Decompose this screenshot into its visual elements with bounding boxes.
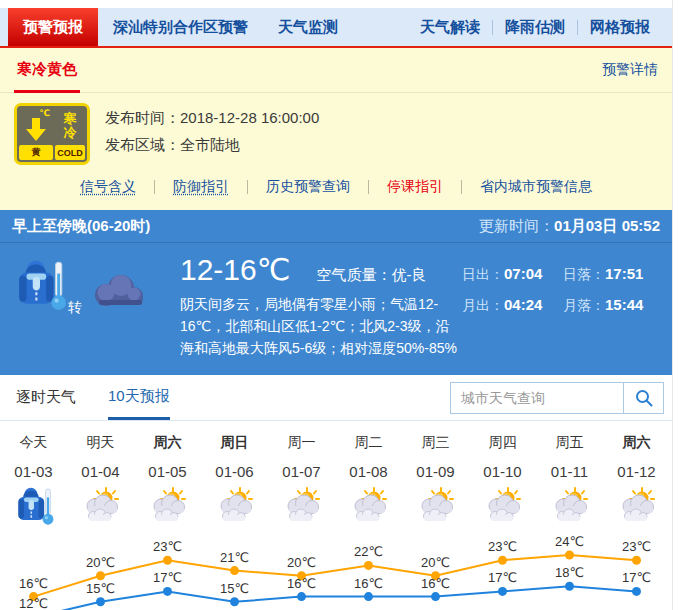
publish-area-value: 全市陆地 xyxy=(180,136,240,153)
forecast-date-row: 01-0301-0401-0501-0601-0701-0801-0901-10… xyxy=(0,463,672,480)
forecast-day-label: 周五 xyxy=(556,434,584,452)
warning-info: 发布时间：2018-12-28 16:00:00 发布区域：全市陆地 xyxy=(105,103,319,165)
top-navigation: 预警预报 深汕特别合作区预警 天气监测 天气解读 降雨估测 网格预报 xyxy=(0,8,672,48)
down-arrow-icon xyxy=(26,118,46,142)
nav-tab-shenshan-warning[interactable]: 深汕特别合作区预警 xyxy=(98,8,263,46)
publish-time-row: 发布时间：2018-12-28 16:00:00 xyxy=(105,104,319,131)
svg-text:16℃: 16℃ xyxy=(19,576,48,591)
svg-text:18℃: 18℃ xyxy=(555,565,584,580)
nav-link-weather-interpretation[interactable]: 天气解读 xyxy=(408,18,492,37)
forecast-period-label: 早上至傍晚(06-20时) xyxy=(12,217,150,236)
partly-cloudy-icon xyxy=(79,487,123,529)
link-signal-meaning[interactable]: 信号含义 xyxy=(62,178,154,196)
temperature-range: 12-16℃ xyxy=(180,253,290,287)
moonrise-time: 月出：04:24 xyxy=(462,296,559,315)
svg-text:22℃: 22℃ xyxy=(354,544,383,559)
current-weather-header: 早上至傍晚(06-20时) 更新时间：01月03日 05:52 xyxy=(0,210,672,243)
forecast-day-label: 周六 xyxy=(154,434,182,452)
top-navigation-links: 天气解读 降雨估测 网格预报 xyxy=(408,8,672,46)
forecast-day-label: 周二 xyxy=(355,434,383,452)
temperature-chart: 16℃20℃23℃21℃20℃22℃20℃23℃24℃23℃12℃15℃17℃1… xyxy=(0,533,670,610)
svg-text:23℃: 23℃ xyxy=(488,539,517,554)
update-time: 更新时间：01月03日 05:52 xyxy=(479,217,660,236)
current-weather-icons: 转 xyxy=(12,253,180,359)
current-weather-body: 转 12-16℃ 空气质量：优-良 阴天间多云，局地偶有零星小雨；气温12-16… xyxy=(0,243,672,375)
svg-text:20℃: 20℃ xyxy=(421,555,450,570)
city-weather-search xyxy=(450,382,664,414)
air-quality: 空气质量：优-良 xyxy=(316,266,426,285)
transition-label: 转 xyxy=(68,299,82,317)
current-weather-main: 12-16℃ 空气质量：优-良 阴天间多云，局地偶有零星小雨；气温12-16℃，… xyxy=(180,253,462,359)
forecast-day-row: 今天明天周六周日周一周二周三周四周五周六 xyxy=(0,434,672,452)
link-defense-guide[interactable]: 防御指引 xyxy=(155,178,247,196)
link-history-warning-query[interactable]: 历史预警查询 xyxy=(248,178,368,196)
weather-description: 阴天间多云，局地偶有零星小雨；气温12-16℃，北部和山区低1-2℃；北风2-3… xyxy=(180,293,462,359)
svg-text:12℃: 12℃ xyxy=(19,596,48,610)
forecast-day-label: 周六 xyxy=(623,434,651,452)
forecast-day-label: 周四 xyxy=(489,434,517,452)
cold-alert-icon: ℃ 寒冷 黄 COLD xyxy=(14,103,90,165)
warning-panel: 寒冷黄色 预警详情 ℃ 寒冷 黄 COLD 发布时间：2018-12-28 16… xyxy=(0,48,672,210)
svg-text:15℃: 15℃ xyxy=(86,581,115,596)
forecast-day-label: 周日 xyxy=(221,434,249,452)
warning-body: ℃ 寒冷 黄 COLD 发布时间：2018-12-28 16:00:00 发布区… xyxy=(0,93,672,169)
partly-cloudy-icon xyxy=(414,487,458,529)
warning-header: 寒冷黄色 预警详情 xyxy=(0,48,672,93)
forecast-day-label: 周三 xyxy=(422,434,450,452)
partly-cloudy-icon xyxy=(548,487,592,529)
alert-level-en-badge: COLD xyxy=(55,145,85,160)
weather-page: 预警预报 深汕特别合作区预警 天气监测 天气解读 降雨估测 网格预报 寒冷黄色 … xyxy=(0,0,673,610)
svg-text:17℃: 17℃ xyxy=(622,570,651,585)
forecast-date-label: 01-05 xyxy=(148,463,186,480)
warning-type-tab[interactable]: 寒冷黄色 xyxy=(14,48,80,93)
publish-area-row: 发布区域：全市陆地 xyxy=(105,131,319,158)
forecast-date-label: 01-08 xyxy=(349,463,387,480)
svg-text:20℃: 20℃ xyxy=(287,555,316,570)
celsius-symbol: ℃ xyxy=(39,108,53,118)
publish-time-value: 2018-12-28 16:00:00 xyxy=(180,109,319,126)
search-icon xyxy=(634,388,654,408)
overcast-icon xyxy=(86,271,150,317)
warning-detail-link[interactable]: 预警详情 xyxy=(602,48,658,92)
forecast-date-label: 01-11 xyxy=(551,463,588,480)
link-province-city-warnings[interactable]: 省内城市预警信息 xyxy=(462,178,610,196)
svg-text:23℃: 23℃ xyxy=(622,539,651,554)
nav-link-rain-estimate[interactable]: 降雨估测 xyxy=(493,18,577,37)
forecast-date-label: 01-09 xyxy=(416,463,454,480)
svg-text:21℃: 21℃ xyxy=(220,550,249,565)
forecast-tabs-row: 逐时天气 10天预报 xyxy=(0,375,672,421)
sun-moon-times: 日出：07:04 日落：17:51 月出：04:24 月落：15:44 xyxy=(462,253,660,359)
temperature-chart-wrap: 16℃20℃23℃21℃20℃22℃20℃23℃24℃23℃12℃15℃17℃1… xyxy=(0,533,672,610)
partly-cloudy-icon xyxy=(146,487,190,529)
svg-text:15℃: 15℃ xyxy=(220,581,249,596)
forecast-date-label: 01-12 xyxy=(617,463,655,480)
partly-cloudy-icon xyxy=(280,487,324,529)
alert-level-badge: 黄 xyxy=(19,145,53,160)
temp-row: 12-16℃ 空气质量：优-良 xyxy=(180,253,462,287)
forecast-date-label: 01-07 xyxy=(282,463,320,480)
forecast-day-label: 周一 xyxy=(288,434,316,452)
tab-ten-day-forecast[interactable]: 10天预报 xyxy=(108,375,170,420)
current-weather-panel: 早上至傍晚(06-20时) 更新时间：01月03日 05:52 转 12-16℃… xyxy=(0,210,672,375)
partly-cloudy-icon xyxy=(213,487,257,529)
sunrise-time: 日出：07:04 xyxy=(462,265,559,284)
forecast-date-label: 01-10 xyxy=(483,463,521,480)
partly-cloudy-icon xyxy=(615,487,659,529)
tab-hourly-weather[interactable]: 逐时天气 xyxy=(16,375,76,420)
nav-tab-warning-forecast[interactable]: 预警预报 xyxy=(8,8,98,46)
partly-cloudy-icon xyxy=(347,487,391,529)
sunset-time: 日落：17:51 xyxy=(563,265,660,284)
search-button[interactable] xyxy=(623,383,663,413)
nav-tab-weather-monitor[interactable]: 天气监测 xyxy=(263,8,353,46)
forecast-date-label: 01-06 xyxy=(215,463,253,480)
forecast-day-label: 今天 xyxy=(20,434,48,452)
search-input[interactable] xyxy=(451,383,623,413)
svg-text:17℃: 17℃ xyxy=(488,570,517,585)
svg-text:23℃: 23℃ xyxy=(153,539,182,554)
nav-link-grid-forecast[interactable]: 网格预报 xyxy=(578,18,662,37)
forecast-date-label: 01-03 xyxy=(14,463,52,480)
forecast-day-label: 明天 xyxy=(87,434,115,452)
svg-text:24℃: 24℃ xyxy=(555,534,584,549)
link-class-suspension-guide[interactable]: 停课指引 xyxy=(369,178,461,196)
warning-links-row: 信号含义 防御指引 历史预警查询 停课指引 省内城市预警信息 xyxy=(0,169,672,210)
